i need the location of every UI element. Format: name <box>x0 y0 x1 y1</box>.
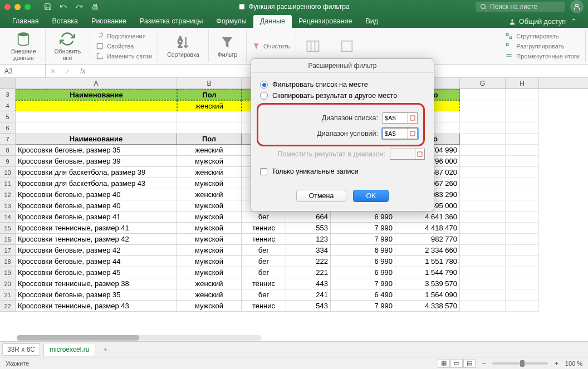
cell[interactable]: бег <box>242 245 286 256</box>
cell[interactable]: Кроссовки беговые, размер 40 <box>16 189 177 200</box>
save-button[interactable] <box>42 2 54 12</box>
row-header[interactable]: 19 <box>0 267 16 278</box>
row-header[interactable]: 10 <box>0 167 16 178</box>
undo-button[interactable] <box>57 2 70 12</box>
row-header[interactable]: 14 <box>0 211 16 223</box>
normal-view-icon[interactable]: ▦ <box>438 359 450 368</box>
row-header[interactable]: 7 <box>0 134 16 145</box>
ok-button[interactable]: OK <box>353 190 389 202</box>
cell[interactable]: 7 990 <box>331 278 395 289</box>
cell[interactable]: 7 990 <box>331 301 395 312</box>
column-header[interactable]: H <box>506 78 539 88</box>
cell[interactable]: 334 <box>286 245 331 256</box>
sheet-tab[interactable]: microexcel.ru <box>43 343 95 356</box>
cell[interactable]: бег <box>242 289 286 301</box>
cell[interactable]: Кроссовки теннисные, размер 42 <box>16 234 177 245</box>
row-header[interactable]: 22 <box>0 301 16 312</box>
row-header[interactable]: 17 <box>0 245 16 256</box>
cell[interactable] <box>460 211 506 223</box>
fx-button[interactable]: fx <box>75 67 91 75</box>
ribbon-tab-рецензирование[interactable]: Рецензирование <box>292 15 359 28</box>
cell[interactable] <box>460 223 506 234</box>
page-layout-icon[interactable]: ▭ <box>450 359 463 368</box>
cell[interactable]: 6 990 <box>331 211 395 223</box>
cell[interactable] <box>506 289 539 301</box>
ribbon-tab-рисование[interactable]: Рисование <box>85 15 133 28</box>
cell[interactable]: 1 551 780 <box>395 256 460 267</box>
cell[interactable]: Кроссовки для баскетбола, размер 39 <box>16 167 177 178</box>
row-header[interactable]: 5 <box>0 111 16 122</box>
cell[interactable]: 664 <box>286 211 331 223</box>
select-all-corner[interactable] <box>0 78 16 88</box>
cell[interactable] <box>506 234 539 245</box>
cell[interactable]: Кроссовки для баскетбола, размер 43 <box>16 178 177 189</box>
cell[interactable] <box>506 134 539 145</box>
cell[interactable] <box>460 301 506 312</box>
cell[interactable] <box>506 100 539 111</box>
cell[interactable]: мужской <box>177 178 242 189</box>
row-header[interactable]: 11 <box>0 178 16 189</box>
minimize-icon[interactable] <box>14 4 21 10</box>
cancel-button[interactable]: Отмена <box>296 190 347 202</box>
cell[interactable]: мужской <box>177 267 242 278</box>
subtotal-button[interactable]: Промежуточные итоги <box>505 52 580 61</box>
cell[interactable]: Кроссовки беговые, размер 42 <box>16 245 177 256</box>
cell[interactable] <box>460 122 506 134</box>
cell[interactable]: 543 <box>286 301 331 312</box>
cell[interactable]: мужской <box>177 234 242 245</box>
cell[interactable]: мужской <box>177 211 242 223</box>
sort-button[interactable]: AZ Сортировка <box>164 33 203 59</box>
cell[interactable] <box>506 167 539 178</box>
external-data-button[interactable]: Внешние данные <box>8 30 40 62</box>
filter-button[interactable]: Фильтр <box>214 33 241 59</box>
cell[interactable]: Кроссовки беговые, размер 45 <box>16 267 177 278</box>
zoom-out-button[interactable]: − <box>482 360 486 367</box>
cell[interactable] <box>177 122 242 134</box>
row-header[interactable]: 6 <box>0 122 16 134</box>
cell[interactable] <box>506 178 539 189</box>
cell[interactable] <box>460 134 506 145</box>
cell[interactable]: 241 <box>286 289 331 301</box>
cell[interactable] <box>460 100 506 111</box>
cell[interactable] <box>460 167 506 178</box>
row-header[interactable]: 15 <box>0 223 16 234</box>
cell[interactable]: 123 <box>286 234 331 245</box>
cell[interactable] <box>460 289 506 301</box>
maximize-icon[interactable] <box>24 4 31 10</box>
cell[interactable]: бег <box>242 256 286 267</box>
cell[interactable]: женский <box>177 189 242 200</box>
ribbon-tab-разметка страницы[interactable]: Разметка страницы <box>133 15 209 28</box>
cell[interactable] <box>460 145 506 156</box>
row-header[interactable]: 16 <box>0 234 16 245</box>
range-selector-icon[interactable] <box>408 128 418 139</box>
group-button[interactable]: Сгруппировать <box>505 32 580 41</box>
cell[interactable]: Пол <box>177 134 242 145</box>
cell[interactable]: бег <box>242 211 286 223</box>
cell[interactable] <box>506 267 539 278</box>
cell[interactable]: 982 770 <box>395 234 460 245</box>
cell[interactable]: мужской <box>177 156 242 167</box>
refresh-button[interactable]: Обновить все <box>51 30 85 62</box>
zoom-level[interactable]: 100 % <box>565 360 582 367</box>
row-header[interactable]: 13 <box>0 200 16 211</box>
cell[interactable]: Наименование <box>16 89 177 100</box>
cancel-formula-icon[interactable]: ✕ <box>46 67 60 75</box>
cell[interactable] <box>460 267 506 278</box>
cell[interactable]: теннис <box>242 301 286 312</box>
cell[interactable]: мужской <box>177 301 242 312</box>
cell[interactable]: теннис <box>242 223 286 234</box>
scroll-thumb[interactable] <box>17 335 139 341</box>
cell[interactable]: Кроссовки беговые, размер 44 <box>16 256 177 267</box>
cell[interactable] <box>460 200 506 211</box>
add-sheet-button[interactable]: + <box>97 343 112 356</box>
cell[interactable] <box>506 256 539 267</box>
cell[interactable]: 443 <box>286 278 331 289</box>
cell[interactable]: Кроссовки беговые, размер 35 <box>16 289 177 301</box>
criteria-range-input[interactable]: $A$ <box>383 128 408 139</box>
cell[interactable]: 1 564 090 <box>395 289 460 301</box>
cell[interactable] <box>16 100 177 111</box>
cell[interactable] <box>460 256 506 267</box>
clear-button[interactable]: Очистить <box>252 42 290 51</box>
cell[interactable] <box>506 223 539 234</box>
cell[interactable]: женский <box>177 289 242 301</box>
